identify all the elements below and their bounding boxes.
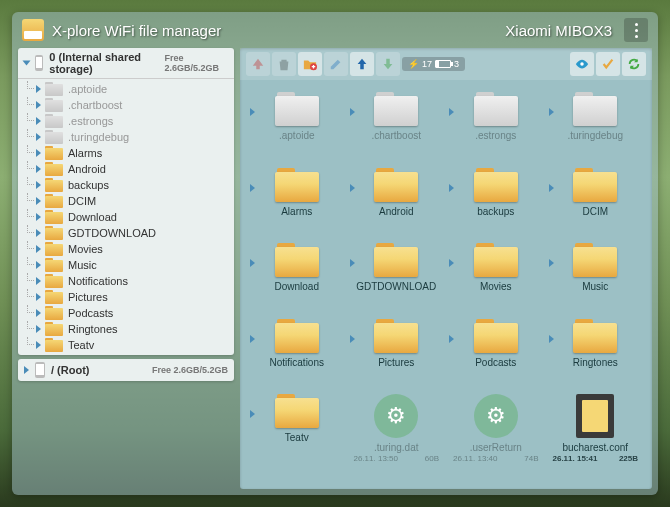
chevron-right-icon[interactable]: [549, 335, 554, 343]
chevron-right-icon[interactable]: [250, 410, 255, 418]
select-all-button[interactable]: [596, 52, 620, 76]
folder-icon: [45, 130, 63, 144]
chevron-right-icon[interactable]: [36, 85, 41, 93]
main-panel: ⚡17 3 .aptoide.chartboost.estrongs.turin…: [240, 48, 652, 489]
grid-item[interactable]: Android: [348, 164, 446, 236]
phone-icon: [35, 362, 45, 378]
chevron-right-icon[interactable]: [36, 133, 41, 141]
chevron-right-icon[interactable]: [350, 108, 355, 116]
tree-item[interactable]: Download: [18, 209, 234, 225]
chevron-right-icon[interactable]: [36, 165, 41, 173]
chevron-right-icon[interactable]: [449, 335, 454, 343]
tree-item[interactable]: Pictures: [18, 289, 234, 305]
chevron-down-icon[interactable]: [23, 61, 31, 66]
delete-button[interactable]: [272, 52, 296, 76]
chevron-right-icon[interactable]: [250, 184, 255, 192]
gear-icon: ⚙: [374, 394, 418, 438]
chevron-right-icon[interactable]: [36, 325, 41, 333]
refresh-button[interactable]: [622, 52, 646, 76]
tree-item[interactable]: .aptoide: [18, 81, 234, 97]
chevron-right-icon[interactable]: [250, 259, 255, 267]
menu-button[interactable]: [624, 18, 648, 42]
tree-item-label: Podcasts: [68, 307, 113, 319]
new-folder-button[interactable]: [298, 52, 322, 76]
chevron-right-icon[interactable]: [36, 261, 41, 269]
tree-item[interactable]: Movies: [18, 241, 234, 257]
chevron-right-icon[interactable]: [36, 101, 41, 109]
grid-item[interactable]: DCIM: [547, 164, 645, 236]
tree-item[interactable]: .turingdebug: [18, 129, 234, 145]
chevron-right-icon[interactable]: [36, 309, 41, 317]
grid-item[interactable]: .chartboost: [348, 88, 446, 160]
download-button[interactable]: [376, 52, 400, 76]
chevron-right-icon[interactable]: [549, 259, 554, 267]
toolbar: ⚡17 3: [240, 48, 652, 80]
grid-item[interactable]: ⚙.turing.dat26.11. 13:5060B: [348, 390, 446, 481]
grid-item[interactable]: Download: [248, 239, 346, 311]
tree-item[interactable]: Teatv: [18, 337, 234, 353]
edit-button[interactable]: [324, 52, 348, 76]
chevron-right-icon[interactable]: [449, 259, 454, 267]
grid-item[interactable]: Teatv: [248, 390, 346, 481]
chevron-right-icon[interactable]: [36, 229, 41, 237]
upload-button[interactable]: [350, 52, 374, 76]
tree-item[interactable]: backups: [18, 177, 234, 193]
grid-item[interactable]: .estrongs: [447, 88, 545, 160]
tree-item-label: Ringtones: [68, 323, 118, 335]
chevron-right-icon[interactable]: [36, 197, 41, 205]
chevron-right-icon[interactable]: [549, 108, 554, 116]
up-button[interactable]: [246, 52, 270, 76]
chevron-right-icon[interactable]: [36, 213, 41, 221]
grid-item[interactable]: bucharest.conf26.11. 15:41225B: [547, 390, 645, 481]
grid-item[interactable]: Pictures: [348, 315, 446, 387]
chevron-right-icon[interactable]: [350, 184, 355, 192]
grid-item[interactable]: Alarms: [248, 164, 346, 236]
grid-item[interactable]: ⚙.userReturn26.11. 13:4074B: [447, 390, 545, 481]
chevron-right-icon[interactable]: [36, 277, 41, 285]
chevron-right-icon[interactable]: [24, 366, 29, 374]
chevron-right-icon[interactable]: [36, 149, 41, 157]
grid-item[interactable]: GDTDOWNLOAD: [348, 239, 446, 311]
tree-item[interactable]: Podcasts: [18, 305, 234, 321]
grid-item[interactable]: Podcasts: [447, 315, 545, 387]
folder-icon: [45, 338, 63, 352]
grid-item[interactable]: Notifications: [248, 315, 346, 387]
chevron-right-icon[interactable]: [449, 108, 454, 116]
chevron-right-icon[interactable]: [449, 184, 454, 192]
item-label: .turing.dat: [374, 442, 418, 454]
chevron-right-icon[interactable]: [36, 293, 41, 301]
tree-item[interactable]: Android: [18, 161, 234, 177]
storage-header[interactable]: 0 (Internal shared storage) Free 2.6GB/5…: [18, 48, 234, 79]
grid-item[interactable]: Ringtones: [547, 315, 645, 387]
item-label: Podcasts: [475, 357, 516, 369]
grid-item[interactable]: Music: [547, 239, 645, 311]
tree-item[interactable]: Notifications: [18, 273, 234, 289]
tree-item[interactable]: .estrongs: [18, 113, 234, 129]
tree-item[interactable]: .chartboost: [18, 97, 234, 113]
tree-item[interactable]: Music: [18, 257, 234, 273]
chevron-right-icon[interactable]: [549, 184, 554, 192]
chevron-right-icon[interactable]: [350, 335, 355, 343]
grid-item[interactable]: .turingdebug: [547, 88, 645, 160]
root-panel[interactable]: / (Root) Free 2.6GB/5.2GB: [18, 359, 234, 381]
chevron-right-icon[interactable]: [36, 245, 41, 253]
chevron-right-icon[interactable]: [250, 335, 255, 343]
battery-icon: [435, 60, 451, 68]
chevron-right-icon[interactable]: [350, 259, 355, 267]
chevron-right-icon[interactable]: [250, 108, 255, 116]
tree-item[interactable]: Alarms: [18, 145, 234, 161]
grid-item[interactable]: .aptoide: [248, 88, 346, 160]
folder-icon: [374, 168, 418, 202]
chevron-right-icon[interactable]: [36, 181, 41, 189]
view-button[interactable]: [570, 52, 594, 76]
tree-item[interactable]: Ringtones: [18, 321, 234, 337]
app-window: X-plore WiFi file manager Xiaomi MIBOX3 …: [12, 12, 658, 495]
grid-item[interactable]: backups: [447, 164, 545, 236]
folder-icon: [474, 319, 518, 353]
chevron-right-icon[interactable]: [36, 117, 41, 125]
chevron-right-icon[interactable]: [36, 341, 41, 349]
root-name: / (Root): [51, 364, 89, 376]
tree-item[interactable]: DCIM: [18, 193, 234, 209]
grid-item[interactable]: Movies: [447, 239, 545, 311]
tree-item[interactable]: GDTDOWNLOAD: [18, 225, 234, 241]
